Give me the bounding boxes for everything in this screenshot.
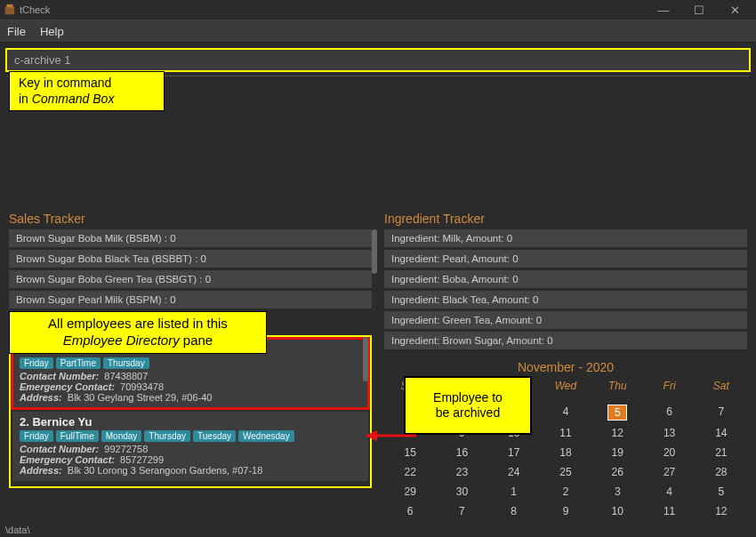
calendar-cell[interactable]: 11 [643,504,695,518]
calendar-cell[interactable]: 3 [591,485,643,499]
list-item: Ingredient: Milk, Amount: 0 [384,229,747,247]
minimize-button[interactable]: — [646,4,681,17]
svg-marker-3 [365,430,377,441]
command-input[interactable] [7,50,749,70]
arrow-icon [365,427,418,445]
calendar-cell[interactable]: 4 [643,485,695,499]
calendar-cell[interactable]: 6 [384,504,436,518]
calendar-cell[interactable]: 13 [643,426,695,440]
employee-card-2[interactable]: 2. Bernice Yu Friday FullTime Monday Thu… [12,412,368,481]
calendar-day-header: Thu [591,380,643,392]
calendar-cell[interactable] [591,397,643,399]
calendar-cell[interactable]: 25 [540,465,591,479]
left-column: Sales Tracker Brown Sugar Boba Milk (BSB… [9,212,372,523]
calendar-cell[interactable]: 7 [436,504,487,518]
tag: Monday [101,430,142,442]
calendar-cell[interactable]: 20 [643,445,695,460]
calendar-cell[interactable]: 24 [488,465,540,479]
calendar-cell[interactable]: 5 [696,485,747,499]
app-title: tCheck [20,4,50,15]
calendar-cell[interactable]: 21 [696,445,747,460]
menu-file[interactable]: File [7,25,26,38]
calendar-cell[interactable]: 22 [384,465,436,479]
sales-tracker-title: Sales Tracker [9,212,372,226]
annotation-command-box: Key in command in Command Box [9,71,165,111]
employee-list: 1. Alex Yeoh Friday PartTime Thursday Co… [9,335,372,488]
svg-rect-0 [5,7,15,15]
calendar-cell[interactable]: 6 [643,405,695,421]
tag: Friday [20,430,53,442]
calendar-cell[interactable]: 5 [607,405,627,421]
calendar-day-header: Wed [540,380,591,392]
titlebar: tCheck — ☐ ✕ [0,0,756,20]
calendar-cell[interactable]: 14 [696,426,747,440]
calendar-cell[interactable]: 8 [488,504,540,518]
calendar-cell[interactable]: 27 [643,465,695,479]
calendar-cell[interactable]: 7 [696,405,747,421]
calendar-cell[interactable]: 2 [540,485,591,499]
ingredient-tracker-title: Ingredient Tracker [384,212,747,226]
list-item: Brown Sugar Boba Green Tea (BSBGT) : 0 [9,270,372,288]
calendar-cell[interactable]: 9 [540,504,591,518]
calendar-cell[interactable]: 12 [696,504,747,518]
close-button[interactable]: ✕ [717,4,752,17]
calendar-cell[interactable]: 17 [488,445,540,460]
scrollbar[interactable] [372,229,377,274]
annotation-employee-archive: Employee to be archived [404,376,532,435]
right-column: Ingredient Tracker Ingredient: Milk, Amo… [384,212,747,523]
calendar-day-header: Fri [643,380,695,392]
command-box-border [5,48,751,72]
calendar-cell[interactable] [696,397,747,399]
sales-list: Brown Sugar Boba Milk (BSBM) : 0 Brown S… [9,229,372,309]
employee-name: 2. Bernice Yu [20,415,361,429]
list-item: Ingredient: Brown Sugar, Amount: 0 [384,332,747,349]
calendar-cell[interactable]: 12 [591,426,643,440]
tag: PartTime [56,357,101,369]
calendar-day-header: Sat [696,380,747,392]
status-text: \data\ [5,525,30,535]
calendar-cell[interactable]: 30 [436,485,487,499]
calendar-cell[interactable]: 11 [540,426,591,440]
calendar-cell[interactable]: 23 [436,465,487,479]
tag: Thursday [103,357,149,369]
list-item: Ingredient: Boba, Amount: 0 [384,270,747,288]
calendar-cell[interactable] [643,397,695,399]
tag: Wednesday [238,430,294,442]
calendar-cell[interactable]: 26 [591,465,643,479]
ingredient-list: Ingredient: Milk, Amount: 0 Ingredient: … [384,229,747,349]
calendar-cell[interactable]: 4 [540,405,591,421]
statusbar: \data\ [0,523,756,537]
calendar-cell[interactable]: 15 [384,445,436,460]
employee-tags: Friday PartTime Thursday [20,357,361,369]
list-item: Brown Sugar Boba Black Tea (BSBBT) : 0 [9,250,372,268]
menu-help[interactable]: Help [40,25,64,38]
tag: Friday [20,357,53,369]
list-item: Brown Sugar Boba Milk (BSBM) : 0 [9,229,372,247]
calendar-cell[interactable]: 19 [591,445,643,460]
list-item: Brown Sugar Pearl Milk (BSPM) : 0 [9,291,372,309]
scrollbar[interactable] [363,337,368,381]
calendar: November - 2020 SunMonTueWedThuFriSat123… [384,360,747,518]
tag: FullTime [56,430,99,442]
employee-tags: Friday FullTime Monday Thursday Tuesday … [20,430,361,442]
annotation-employee-directory: All employees are listed in this Employe… [9,311,267,354]
content: Sales Tracker Brown Sugar Boba Milk (BSB… [0,212,756,523]
calendar-title: November - 2020 [384,360,747,374]
app-icon [4,4,16,16]
list-item: Ingredient: Green Tea, Amount: 0 [384,311,747,329]
list-item: Ingredient: Pearl, Amount: 0 [384,250,747,268]
tag: Thursday [144,430,190,442]
calendar-cell[interactable]: 29 [384,485,436,499]
list-item: Ingredient: Black Tea, Amount: 0 [384,291,747,309]
calendar-cell[interactable]: 18 [540,445,591,460]
calendar-cell[interactable]: 10 [591,504,643,518]
svg-rect-1 [7,4,13,8]
calendar-cell[interactable]: 28 [696,465,747,479]
calendar-cell[interactable]: 16 [436,445,487,460]
calendar-cell[interactable]: 1 [488,485,540,499]
menubar: File Help [0,20,756,43]
calendar-cell[interactable] [540,397,591,399]
tag: Tuesday [193,430,236,442]
maximize-button[interactable]: ☐ [681,4,717,17]
